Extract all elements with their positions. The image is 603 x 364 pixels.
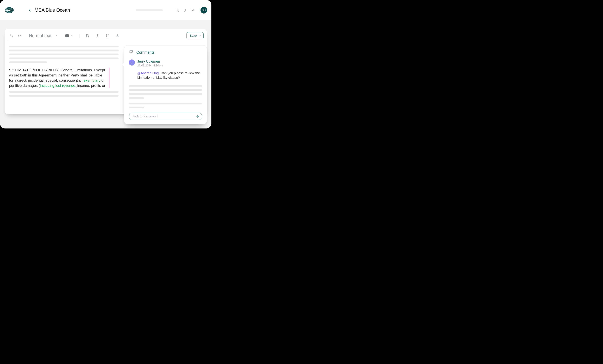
search-button[interactable] [175,8,179,12]
clause-green-2: including lost revenue [40,83,75,88]
highlighted-clause[interactable]: 5.2 LIMITATION OF LIABILITY. General Lim… [9,68,109,88]
undo-icon [10,34,13,37]
placeholder-lines-top [9,46,118,63]
bold-button[interactable]: B [86,33,89,38]
comments-panel: Comments JC Jerry Colemen 21/03/2024, 4:… [124,45,207,124]
bell-icon [183,8,186,12]
placeholder-comment-lines [129,85,202,108]
arrow-right-icon [196,115,199,118]
comments-title: Comments [136,50,154,55]
editor-toolbar: Normal text B I U S Save [5,30,207,41]
comment-mention[interactable]: @Andrea Ong [137,71,159,75]
user-avatar[interactable]: SG [200,7,207,13]
placeholder-lines-bottom [9,91,118,97]
comment-item: JC Jerry Colemen 21/03/2024, 4:30pm @And… [129,59,202,80]
underline-button[interactable]: U [106,33,109,38]
chevron-down-icon [198,35,201,37]
text-color-dropdown[interactable] [65,34,73,37]
toolbar-divider [79,34,80,38]
save-button[interactable]: Save [186,32,204,39]
strikethrough-button[interactable]: S [116,33,119,38]
user-avatar-initials: SG [202,9,206,12]
back-button[interactable] [28,8,32,12]
redo-icon [18,34,21,37]
app-header: MSA Blue Ocean SG [0,0,211,20]
highlight-marker [109,68,109,88]
comment-avatar: JC [129,59,135,66]
color-swatch [65,34,69,37]
comment-message: @Andrea Ong, Can you please review the L… [137,71,202,80]
app-frame: MSA Blue Ocean SG [0,0,211,129]
chevron-down-icon [55,34,58,37]
text-style-label: Normal text [29,33,51,38]
comment-author: Jerry Colemen [137,59,202,64]
comments-icon [129,50,133,55]
svg-point-3 [8,9,11,11]
brand-logo [5,5,14,15]
save-label: Save [190,34,197,37]
reply-input[interactable] [132,115,195,118]
svg-line-5 [178,11,179,12]
redo-button[interactable] [16,33,23,38]
comment-avatar-initials: JC [130,61,133,64]
header-placeholder-pill [136,9,163,11]
header-divider [23,6,23,15]
search-icon [175,8,179,12]
clause-text: 5.2 LIMITATION OF LIABILITY. General Lim… [9,68,107,88]
italic-button[interactable]: I [96,33,98,38]
notifications-button[interactable] [183,8,187,12]
undo-button[interactable] [8,33,15,38]
reply-input-wrap [129,113,202,120]
chevron-left-icon [28,9,32,12]
comment-timestamp: 21/03/2024, 4:30pm [137,64,202,67]
present-button[interactable] [190,8,194,12]
clause-green-1: exemplary [84,78,101,82]
presentation-icon [190,8,194,12]
clause-seg-3: , income, profits or [75,83,105,88]
reply-send-button[interactable] [195,114,199,118]
comments-header: Comments [129,50,202,55]
chevron-down-icon [71,34,73,37]
text-style-dropdown[interactable]: Normal text [29,33,58,38]
document-title: MSA Blue Ocean [35,7,70,13]
